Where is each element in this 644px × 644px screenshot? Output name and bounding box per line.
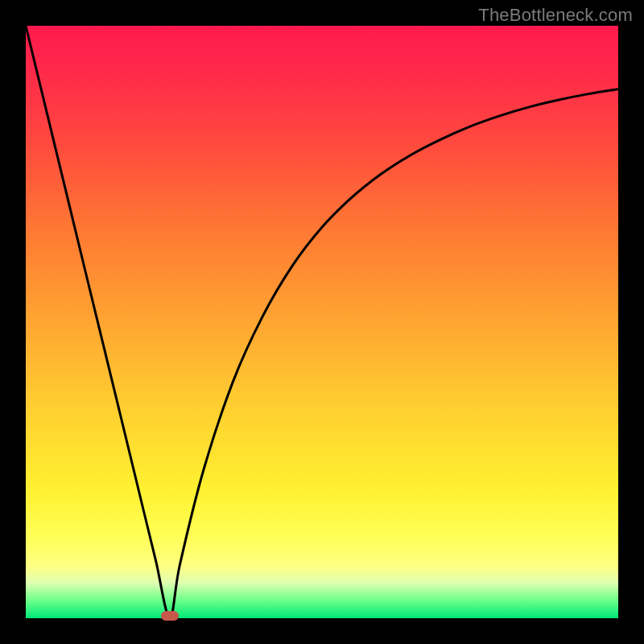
chart-frame: TheBottleneck.com: [0, 0, 644, 644]
minimum-marker: [161, 611, 179, 621]
watermark-text: TheBottleneck.com: [478, 5, 633, 26]
bottleneck-curve: [26, 26, 618, 618]
curve-line: [26, 26, 618, 618]
